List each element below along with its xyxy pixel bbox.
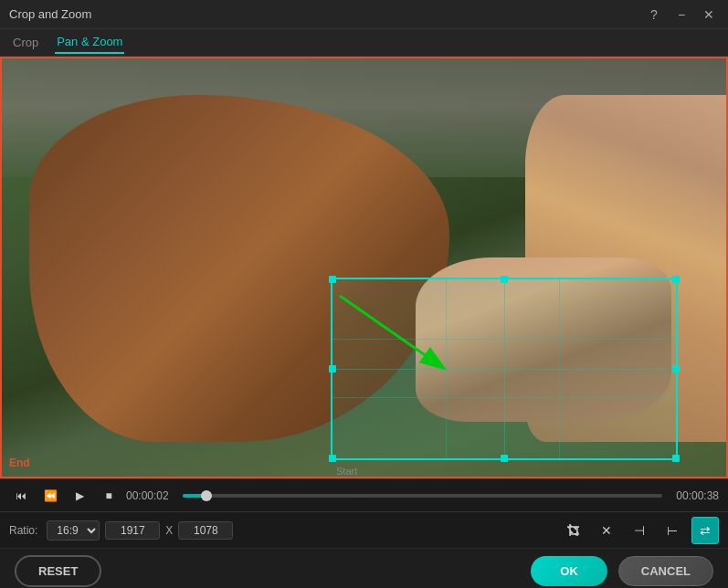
close-button[interactable]: ✕ — [699, 5, 719, 25]
swap-button[interactable]: ⇄ — [691, 517, 719, 544]
step-back-button[interactable]: ⏪ — [38, 484, 62, 508]
reset-button[interactable]: RESET — [15, 555, 101, 587]
ratio-select[interactable]: 16:9 4:3 1:1 — [47, 520, 100, 541]
window-title: Crop and Zoom — [9, 7, 91, 21]
progress-thumb[interactable] — [201, 490, 212, 501]
handle-bottom-mid[interactable] — [501, 455, 508, 462]
video-preview: Start End — [0, 57, 728, 478]
dimension-toolbar: Ratio: 16:9 4:3 1:1 X ✕ ⊣ ⊢ ⇄ — [0, 511, 728, 548]
minimize-button[interactable]: − — [671, 5, 691, 25]
ratio-label: Ratio: — [9, 524, 37, 537]
grid-line-h2 — [332, 397, 676, 398]
confirm-cancel-group: OK CANCEL — [531, 556, 713, 586]
grid-line-v1 — [446, 279, 447, 458]
current-time: 00:00:02 — [126, 489, 177, 502]
play-button[interactable]: ▶ — [68, 484, 91, 508]
window-controls: ? − ✕ — [644, 5, 719, 25]
handle-left-mid[interactable] — [329, 365, 336, 373]
handle-top-right[interactable] — [672, 276, 680, 283]
crop-tool-button[interactable] — [560, 517, 587, 544]
handle-right-mid[interactable] — [672, 365, 680, 373]
progress-bar[interactable] — [183, 494, 662, 498]
ok-button[interactable]: OK — [531, 556, 607, 586]
playback-controls: ⏮ ⏪ ▶ ■ 00:00:02 00:00:38 — [0, 478, 728, 511]
stop-button[interactable]: ■ — [97, 484, 121, 508]
grid-line-v2 — [559, 279, 560, 458]
align-right-button[interactable]: ⊢ — [659, 517, 686, 544]
cancel-button[interactable]: CANCEL — [618, 556, 713, 586]
grid-line-h1 — [332, 339, 676, 340]
tab-bar: Crop Pan & Zoom — [0, 29, 728, 57]
handle-top-left[interactable] — [329, 276, 336, 283]
align-left-button[interactable]: ⊣ — [626, 517, 653, 544]
help-button[interactable]: ? — [644, 5, 664, 25]
handle-bottom-left[interactable] — [329, 455, 336, 462]
end-label: End — [9, 457, 30, 469]
tab-pan-zoom[interactable]: Pan & Zoom — [55, 31, 124, 54]
panzoom-selection-box[interactable]: Start — [331, 278, 678, 460]
total-time: 00:00:38 — [668, 489, 719, 502]
height-input[interactable] — [178, 521, 233, 540]
prev-frame-button[interactable]: ⏮ — [9, 484, 33, 508]
tab-crop[interactable]: Crop — [11, 32, 40, 53]
handle-bottom-right[interactable] — [672, 455, 680, 462]
handle-top-mid[interactable] — [501, 276, 508, 283]
dimension-separator: X — [165, 524, 173, 537]
width-input[interactable] — [105, 521, 160, 540]
start-label: Start — [336, 466, 357, 477]
title-bar: Crop and Zoom ? − ✕ — [0, 0, 728, 29]
action-row: RESET OK CANCEL — [0, 548, 728, 588]
close-crop-button[interactable]: ✕ — [593, 517, 620, 544]
